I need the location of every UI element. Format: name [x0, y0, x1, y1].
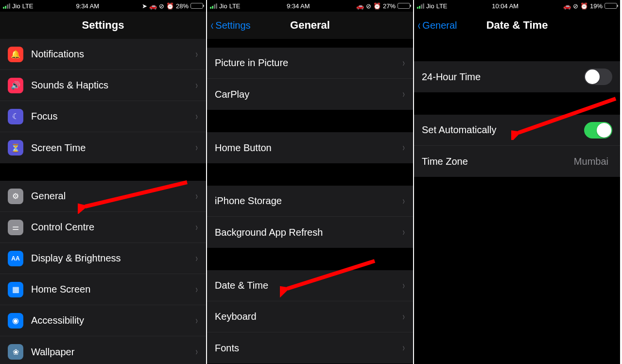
gear-icon: ⚙ — [8, 189, 23, 204]
alarm-icon: ⏰ — [580, 2, 588, 10]
row-label: Screen Time — [31, 142, 195, 154]
row-home-button[interactable]: Home Button › — [207, 132, 413, 163]
orientation-lock-icon: ⊘ — [159, 2, 164, 10]
row-iphone-storage[interactable]: iPhone Storage › — [207, 186, 413, 217]
chevron-right-icon: › — [195, 110, 197, 123]
date-time-list[interactable]: 24-Hour Time Set Automatically Time Zone… — [414, 39, 620, 364]
car-icon: 🚗 — [356, 2, 364, 10]
clock: 10:04 AM — [492, 2, 518, 10]
chevron-right-icon: › — [402, 311, 404, 323]
row-value: Mumbai — [574, 156, 608, 167]
status-bar: Jio LTE 10:04 AM 🚗 ⊘ ⏰ 19% — [414, 0, 620, 12]
network-label: LTE — [22, 2, 34, 10]
chevron-left-icon: ‹ — [418, 18, 421, 32]
orientation-lock-icon: ⊘ — [366, 2, 371, 10]
chevron-right-icon: › — [195, 190, 197, 203]
nav-bar: Settings — [0, 12, 206, 39]
toggle-24-hour[interactable] — [584, 69, 612, 85]
status-bar: Jio LTE 9:34 AM ➤ 🚗 ⊘ ⏰ 28% — [0, 0, 206, 12]
chevron-right-icon: › — [195, 79, 197, 92]
row-label: iPhone Storage — [215, 195, 402, 207]
row-fonts[interactable]: Fonts › — [207, 332, 413, 364]
row-date-time[interactable]: Date & Time › — [207, 270, 413, 301]
bell-icon: 🔔 — [8, 47, 23, 62]
row-carplay[interactable]: CarPlay › — [207, 79, 413, 110]
row-label: Focus — [31, 111, 195, 122]
signal-icon — [210, 3, 217, 9]
chevron-right-icon: › — [402, 226, 404, 239]
text-size-icon: AA — [8, 251, 23, 266]
row-label: Home Button — [215, 142, 402, 154]
row-label: Home Screen — [31, 284, 195, 295]
row-sounds-haptics[interactable]: 🔊 Sounds & Haptics › — [0, 70, 206, 101]
car-icon: 🚗 — [149, 2, 157, 10]
row-label: Date & Time — [215, 280, 402, 291]
row-set-automatically[interactable]: Set Automatically — [414, 115, 620, 146]
alarm-icon: ⏰ — [373, 2, 381, 10]
settings-list[interactable]: 🔔 Notifications › 🔊 Sounds & Haptics › ☾… — [0, 39, 206, 364]
speaker-icon: 🔊 — [8, 78, 23, 93]
row-label: Display & Brightness — [31, 253, 195, 264]
row-notifications[interactable]: 🔔 Notifications › — [0, 39, 206, 70]
clock: 9:34 AM — [287, 2, 310, 10]
page-title: Date & Time — [486, 19, 548, 32]
toggle-set-automatically[interactable] — [584, 122, 612, 139]
signal-icon — [417, 3, 424, 9]
back-button[interactable]: ‹ General — [417, 18, 457, 32]
row-label: Accessibility — [31, 315, 195, 326]
row-label: Sounds & Haptics — [31, 80, 195, 91]
location-icon: ➤ — [142, 2, 147, 10]
battery-icon — [605, 3, 617, 9]
battery-pct: 19% — [590, 2, 603, 10]
network-label: LTE — [229, 2, 241, 10]
moon-icon: ☾ — [8, 109, 23, 124]
row-label: Notifications — [31, 49, 195, 60]
page-title: General — [290, 19, 330, 32]
back-button[interactable]: ‹ Settings — [210, 18, 251, 32]
chevron-right-icon: › — [195, 314, 197, 327]
row-picture-in-picture[interactable]: Picture in Picture › — [207, 48, 413, 79]
row-wallpaper[interactable]: ❀ Wallpaper › — [0, 336, 206, 364]
network-label: LTE — [436, 2, 448, 10]
row-general[interactable]: ⚙ General › — [0, 181, 206, 212]
row-control-centre[interactable]: ⚌ Control Centre › — [0, 212, 206, 243]
chevron-right-icon: › — [402, 279, 404, 292]
nav-bar: ‹ General Date & Time — [414, 12, 620, 39]
person-icon: ◉ — [8, 313, 23, 329]
clock: 9:34 AM — [76, 2, 99, 10]
page-title: Settings — [82, 19, 124, 32]
row-focus[interactable]: ☾ Focus › — [0, 101, 206, 132]
general-list[interactable]: Picture in Picture › CarPlay › Home Butt… — [207, 39, 413, 364]
row-label: Time Zone — [422, 156, 574, 167]
toggles-icon: ⚌ — [8, 220, 23, 235]
flower-icon: ❀ — [8, 344, 23, 360]
row-label: General — [31, 191, 195, 202]
row-label: Set Automatically — [422, 124, 584, 136]
chevron-right-icon: › — [195, 346, 197, 358]
row-background-app-refresh[interactable]: Background App Refresh › — [207, 217, 413, 248]
row-24-hour-time[interactable]: 24-Hour Time — [414, 61, 620, 92]
status-bar: Jio LTE 9:34 AM 🚗 ⊘ ⏰ 27% — [207, 0, 413, 12]
row-label: Wallpaper — [31, 347, 195, 358]
row-screen-time[interactable]: ⏳ Screen Time › — [0, 132, 206, 163]
chevron-left-icon: ‹ — [211, 18, 214, 32]
row-display-brightness[interactable]: AA Display & Brightness › — [0, 243, 206, 274]
battery-icon — [190, 3, 203, 9]
chevron-right-icon: › — [402, 88, 404, 101]
chevron-right-icon: › — [402, 57, 404, 69]
row-time-zone[interactable]: Time Zone Mumbai — [414, 146, 620, 177]
chevron-right-icon: › — [195, 283, 197, 296]
row-keyboard[interactable]: Keyboard › — [207, 301, 413, 332]
back-label: General — [422, 20, 457, 31]
chevron-right-icon: › — [402, 342, 404, 354]
row-home-screen[interactable]: ▦ Home Screen › — [0, 274, 206, 305]
battery-pct: 27% — [383, 2, 396, 10]
row-accessibility[interactable]: ◉ Accessibility › — [0, 305, 206, 336]
chevron-right-icon: › — [195, 48, 197, 61]
battery-icon — [397, 3, 410, 9]
chevron-right-icon: › — [195, 252, 197, 265]
row-label: Fonts — [215, 343, 402, 354]
nav-bar: ‹ Settings General — [207, 12, 413, 39]
alarm-icon: ⏰ — [166, 2, 174, 10]
back-label: Settings — [215, 20, 250, 31]
